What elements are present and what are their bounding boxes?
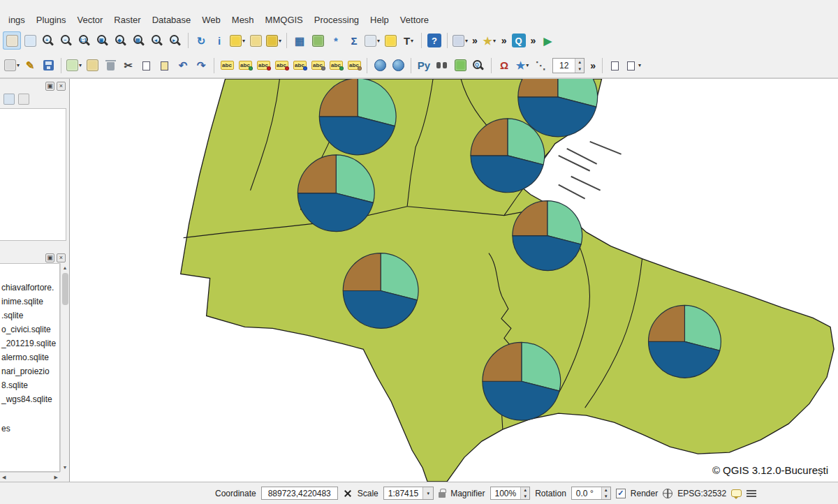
coordinate-input[interactable]: [261, 487, 338, 500]
search-radius-spin[interactable]: 12▲▼: [550, 57, 587, 75]
scale-combo[interactable]: 1:87415 ▾: [383, 487, 434, 500]
geometry-checker[interactable]: [371, 57, 389, 75]
menu-vettore[interactable]: Vettore: [395, 13, 434, 27]
render-checkbox[interactable]: ✓: [616, 489, 626, 498]
snapping-magnet[interactable]: Ω: [495, 57, 513, 75]
horizontal-scrollbar[interactable]: ◀ ▶: [0, 472, 60, 482]
statistical-summary[interactable]: Σ: [345, 31, 363, 50]
menu-vector[interactable]: Vector: [72, 13, 109, 27]
map-canvas[interactable]: © QGIS 3.12.0-București: [70, 79, 838, 482]
processing-toolbox[interactable]: *: [327, 31, 345, 50]
menu-web[interactable]: Web: [196, 13, 226, 27]
vertex-tool[interactable]: ▾: [65, 57, 83, 75]
toolbar-overflow-1[interactable]: »: [472, 35, 478, 46]
file-item[interactable]: alermo.sqlite: [1, 350, 59, 364]
share-layer[interactable]: ▶: [538, 31, 557, 50]
menu-raster[interactable]: Raster: [108, 13, 146, 27]
pin-unpin-labels[interactable]: abc: [254, 57, 272, 75]
panel-dock-icon[interactable]: ▣: [45, 82, 54, 91]
help-contents[interactable]: ?: [425, 31, 443, 50]
file-item[interactable]: o_civici.sqlite: [1, 323, 59, 336]
zoom-to-layer[interactable]: ▤: [130, 31, 148, 50]
zoom-last[interactable]: ◂: [148, 31, 166, 50]
vertical-scrollbar[interactable]: ▲ ▼: [60, 263, 69, 472]
file-item[interactable]: es: [1, 422, 59, 436]
spin-down-icon[interactable]: ▼: [521, 494, 529, 500]
paste-features[interactable]: [156, 57, 174, 75]
deselect-all[interactable]: ▾: [265, 31, 283, 50]
menu-plugins[interactable]: Plugins: [31, 13, 72, 27]
scrollbar-thumb[interactable]: [62, 273, 68, 305]
map-tips[interactable]: [381, 31, 399, 50]
select-by-value[interactable]: [247, 31, 265, 50]
enable-tracing[interactable]: ⋱: [531, 57, 550, 75]
elevation-profile[interactable]: [451, 57, 469, 75]
panel-close-icon[interactable]: ×: [57, 82, 66, 91]
file-item[interactable]: chiavalfortore.: [1, 281, 59, 295]
crs-value[interactable]: EPSG:32532: [677, 489, 726, 498]
pan-to-selection[interactable]: [21, 31, 39, 50]
panel-close-icon[interactable]: ×: [57, 253, 66, 262]
rotate-label[interactable]: abc: [327, 57, 345, 75]
change-label-properties[interactable]: abc: [345, 57, 363, 75]
save-layer-edits[interactable]: [39, 57, 57, 75]
locator-search[interactable]: Q: [510, 31, 528, 50]
redo[interactable]: ↷: [192, 57, 210, 75]
toolbar-overflow-3[interactable]: »: [531, 35, 536, 46]
data-source-manager[interactable]: ▾: [451, 31, 469, 50]
current-edits[interactable]: ▾: [3, 57, 21, 75]
select-features[interactable]: ▾: [228, 31, 247, 50]
file-item[interactable]: _201219.sqlite: [1, 336, 59, 350]
menu-processing[interactable]: Processing: [309, 13, 365, 27]
panel-dock-icon[interactable]: ▣: [45, 253, 54, 262]
spin-up-icon[interactable]: ▲: [521, 487, 529, 494]
scroll-down-icon[interactable]: ▼: [63, 463, 68, 472]
delete-selected[interactable]: [101, 57, 119, 75]
zoom-full-extent[interactable]: ▣: [94, 31, 112, 50]
multiedit-attributes[interactable]: [83, 57, 101, 75]
highlight-pinned-labels[interactable]: abc: [272, 57, 291, 75]
search-binoculars[interactable]: [433, 57, 451, 75]
open-attribute-table[interactable]: ▦: [291, 31, 309, 50]
chevron-down-icon[interactable]: ▾: [422, 487, 433, 499]
mouse-position-icon[interactable]: [343, 489, 353, 498]
scroll-up-icon[interactable]: ▲: [63, 263, 68, 272]
toolbar-overflow-4[interactable]: »: [590, 60, 596, 71]
menu-ings[interactable]: ings: [3, 13, 31, 27]
zoom-to-selection[interactable]: ◈: [112, 31, 130, 50]
scroll-left-icon[interactable]: ◀: [2, 475, 6, 480]
spin-down-icon[interactable]: ▼: [602, 494, 610, 500]
snapping-options[interactable]: ★▾: [513, 57, 531, 75]
pan-map-tool[interactable]: [3, 31, 21, 50]
file-item[interactable]: nari_proiezio: [1, 364, 59, 378]
layer-diagram-options[interactable]: abc: [236, 57, 254, 75]
scale-lock-icon[interactable]: [439, 492, 446, 498]
show-hide-labels[interactable]: abc: [291, 57, 309, 75]
layer-labeling-options[interactable]: abc: [218, 57, 236, 75]
copy-features[interactable]: [138, 57, 156, 75]
zoom-out[interactable]: −: [57, 31, 75, 50]
menu-database[interactable]: Database: [147, 13, 197, 27]
toolbar-overflow-2[interactable]: »: [501, 35, 507, 46]
messages-icon[interactable]: [731, 489, 742, 497]
measure-line[interactable]: ▾: [363, 31, 381, 50]
browser-collapse-button[interactable]: [18, 94, 29, 105]
text-annotation[interactable]: T▾: [399, 31, 418, 50]
menu-mmqgis[interactable]: MMQGIS: [260, 13, 309, 27]
toggle-editing[interactable]: ✎: [21, 57, 39, 75]
rotation-spinbox[interactable]: 0.0 ° ▲ ▼: [571, 487, 611, 500]
zoom-native-resolution[interactable]: 1:1: [75, 31, 94, 50]
refresh-map[interactable]: ↻: [192, 31, 210, 50]
field-calculator[interactable]: [309, 31, 327, 50]
move-label[interactable]: abc: [309, 57, 327, 75]
zoom-in[interactable]: +: [39, 31, 57, 50]
magnifier-spinbox[interactable]: 100% ▲ ▼: [490, 487, 531, 500]
undo[interactable]: ↶: [174, 57, 192, 75]
file-item[interactable]: inime.sqlite: [1, 295, 59, 309]
log-messages-icon[interactable]: [747, 490, 756, 491]
cut-features[interactable]: ✂: [119, 57, 138, 75]
identify-features[interactable]: i: [210, 31, 228, 50]
locator-mini[interactable]: Q: [469, 57, 487, 75]
browser-tree[interactable]: [0, 108, 66, 241]
menu-mesh[interactable]: Mesh: [226, 13, 260, 27]
